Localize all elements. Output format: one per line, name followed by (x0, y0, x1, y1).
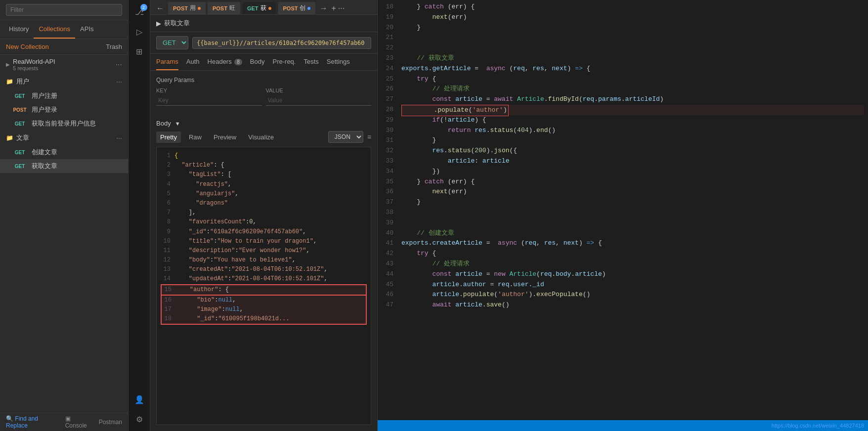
status-bar-url[interactable]: https://blog.csdn.net/weixin_44827418 (772, 423, 864, 429)
code-line-36: next(err) (401, 187, 864, 197)
request-item-create-article[interactable]: GET 创建文章 (0, 145, 128, 159)
settings-icon[interactable]: ⚙ (131, 411, 147, 427)
request-item-login[interactable]: POST 用户登录 (0, 103, 128, 117)
status-bar: https://blog.csdn.net/weixin_44827418 (378, 420, 868, 431)
code-line-26: // 处理请求 (401, 84, 864, 94)
folder-more-icon2[interactable]: ··· (116, 134, 122, 142)
tab1-label: 用 (190, 4, 196, 12)
json-line-3: 3 "tagList": [ (161, 170, 367, 179)
json-line-11: 11 "description": "Ever wonder how1?", (161, 246, 367, 256)
code-line-38 (401, 208, 864, 218)
tab3-dot (268, 7, 271, 10)
param-tab-tests[interactable]: Tests (304, 54, 318, 70)
params-value-header: VALUE (266, 87, 372, 93)
tab-history[interactable]: History (4, 20, 34, 39)
json-line-16: 16 "bio": null, (161, 296, 367, 305)
request-tab-4[interactable]: POST 创 (278, 2, 316, 14)
method-badge-post: POST (12, 107, 28, 113)
folder-more-icon[interactable]: ··· (116, 78, 122, 86)
collection-realworld-api[interactable]: ▶ RealWorld-API 5 requests ··· (0, 55, 128, 74)
git-branch-icon[interactable]: ⎇ 2 (131, 4, 147, 20)
request-tab-2[interactable]: POST 旺 (208, 2, 240, 14)
params-header: KEY VALUE (156, 87, 371, 93)
code-line-25: try { (401, 74, 864, 85)
json-line-10: 10 "title": "How to train your dragon1", (161, 237, 367, 246)
params-value-input[interactable] (266, 95, 372, 106)
headers-badge: 8 (234, 59, 242, 65)
body-header: Body ▼ (156, 120, 371, 127)
folder-users[interactable]: 📁 用户 ··· (0, 74, 128, 89)
trash-button[interactable]: Trash (106, 43, 122, 50)
request-item-userinfo[interactable]: GET 获取当前登录用户信息 (0, 117, 128, 130)
console-link[interactable]: ▣ Console (65, 415, 93, 429)
request-tab-1[interactable]: POST 用 (168, 2, 206, 14)
request-tab-3[interactable]: GET 获 (242, 2, 276, 14)
json-line-7: 7 ], (161, 208, 367, 217)
code-line-27: const article = await Article.findById(r… (401, 94, 864, 105)
new-collection-button[interactable]: New Collection (6, 43, 49, 50)
new-tab-button[interactable]: + (331, 4, 336, 13)
param-tab-prereq[interactable]: Pre-req. (273, 54, 296, 70)
method-badge-get: GET (12, 93, 28, 99)
folder-articles[interactable]: 📁 文章 ··· (0, 130, 128, 145)
user-icon[interactable]: 👤 (131, 391, 147, 407)
find-replace-link[interactable]: 🔍 Find and Replace (6, 415, 59, 429)
body-section: Body ▼ Pretty Raw Preview Visualize JSON… (150, 114, 377, 431)
postman-link[interactable]: Postman (99, 419, 122, 426)
wrap-button[interactable]: ≡ (367, 133, 371, 141)
tab-nav-back[interactable]: ← (154, 4, 166, 13)
params-row-1 (156, 95, 371, 106)
tab-nav-forward[interactable]: → (317, 4, 329, 13)
run-icon[interactable]: ▷ (131, 24, 147, 40)
user-symbol: 👤 (134, 395, 144, 404)
format-select[interactable]: JSON (328, 131, 363, 143)
more-tabs-button[interactable]: ··· (338, 4, 345, 13)
body-dropdown-icon[interactable]: ▼ (175, 121, 180, 127)
folder-name-users: 用户 (16, 77, 29, 86)
code-line-43: // 处理请求 (401, 259, 864, 269)
collection-arrow-icon: ▶ (6, 62, 10, 67)
body-tab-pretty[interactable]: Pretty (156, 131, 181, 143)
json-viewer: 1{ 2 "article": { 3 "tagList": [ 4 "reac… (156, 147, 371, 425)
sidebar-tabs: History Collections APIs (0, 20, 128, 39)
request-list: ▶ RealWorld-API 5 requests ··· 📁 用户 ··· … (0, 55, 128, 413)
code-line-46: article.populate('author').execPopulate(… (401, 290, 864, 300)
query-params-title: Query Params (156, 77, 371, 84)
code-editor: 1819202122 2324252627 2829303132 3334353… (378, 0, 868, 420)
icon-bar: ⎇ 2 ▷ ⊞ 👤 ⚙ (129, 0, 150, 431)
param-tab-headers[interactable]: Headers 8 (208, 54, 242, 70)
request-item-register[interactable]: GET 用户注册 (0, 89, 128, 103)
code-line-34: }) (401, 167, 864, 177)
filter-input[interactable] (6, 4, 122, 16)
grid-icon[interactable]: ⊞ (131, 43, 147, 59)
body-tab-raw[interactable]: Raw (185, 131, 206, 143)
sidebar-actions: New Collection Trash (0, 39, 128, 55)
method-badge-get2: GET (12, 121, 28, 127)
code-line-21 (401, 33, 864, 43)
collection-more-icon[interactable]: ··· (116, 60, 122, 69)
code-line-22 (401, 43, 864, 53)
tab4-label: 创 (300, 4, 305, 12)
code-panel: 1819202122 2324252627 2829303132 3334353… (378, 0, 868, 431)
param-tab-body[interactable]: Body (250, 54, 265, 70)
tab-apis[interactable]: APIs (75, 20, 98, 39)
line-numbers: 1819202122 2324252627 2829303132 3334353… (378, 0, 397, 420)
param-tab-settings[interactable]: Settings (327, 54, 350, 70)
param-tab-auth[interactable]: Auth (186, 54, 200, 70)
request-item-get-article[interactable]: GET 获取文章 (0, 159, 128, 173)
code-line-45: article.author = req.user._id (401, 280, 864, 290)
tab3-method: GET (247, 5, 259, 11)
tab-collections[interactable]: Collections (34, 20, 75, 39)
param-tab-params[interactable]: Params (156, 54, 178, 70)
params-key-input[interactable] (156, 95, 262, 106)
method-select[interactable]: GET (156, 36, 188, 49)
url-input[interactable] (192, 37, 371, 49)
body-tab-preview[interactable]: Preview (210, 131, 240, 143)
code-line-18: } catch (err) { (401, 2, 864, 12)
json-line-12: 12 "body": "You have to believe1", (161, 256, 367, 265)
body-tab-visualize[interactable]: Visualize (244, 131, 278, 143)
code-content: } catch (err) { next(err) } // 获取文章 expo… (397, 0, 868, 420)
code-line-40: // 创建文章 (401, 228, 864, 239)
url-bar: GET (150, 32, 377, 54)
collection-name: RealWorld-API (13, 58, 55, 65)
